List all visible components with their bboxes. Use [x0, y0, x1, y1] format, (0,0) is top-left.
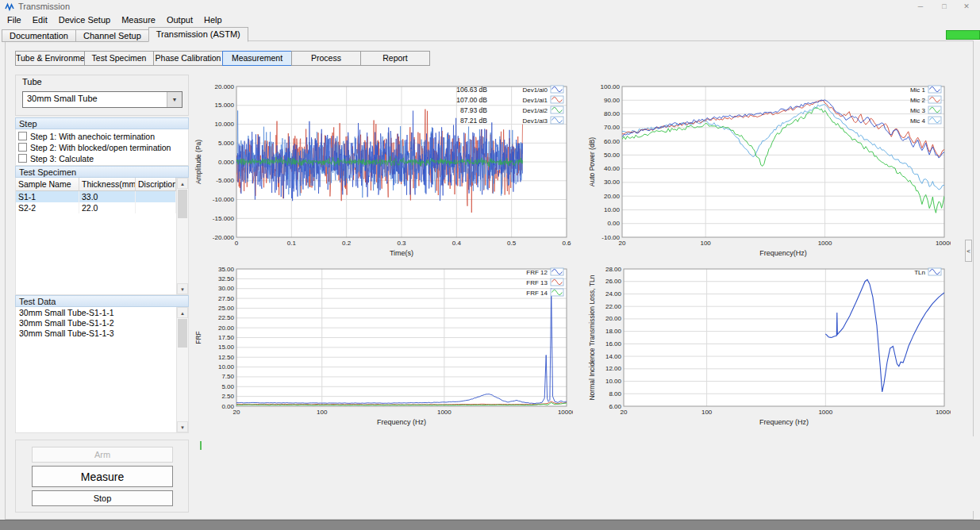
specimen-scrollbar[interactable]: ▲ ▼ [176, 178, 188, 294]
svg-text:20.00: 20.00 [604, 193, 621, 200]
svg-text:90.00: 90.00 [604, 97, 621, 104]
cell: S1-1 [16, 191, 79, 202]
svg-text:-10.000: -10.000 [213, 196, 235, 203]
cell: 22.0 [79, 202, 136, 213]
testdata-item[interactable]: 30mm Small Tube-S1-1-1 [16, 308, 176, 318]
tab-documentation[interactable]: Documentation [2, 29, 76, 42]
cell: S2-2 [16, 202, 79, 213]
scroll-down-icon[interactable]: ▼ [177, 421, 188, 432]
svg-text:10.00: 10.00 [218, 363, 235, 371]
svg-text:Mic 3: Mic 3 [910, 107, 926, 114]
tab-channel-setup[interactable]: Channel Setup [75, 29, 149, 42]
testdata-item[interactable]: 30mm Small Tube-S1-1-2 [16, 318, 176, 328]
log-area[interactable] [194, 436, 974, 511]
svg-text:106.63 dB: 106.63 dB [456, 86, 487, 94]
svg-text:2.50: 2.50 [221, 393, 234, 400]
svg-text:Mic 2: Mic 2 [910, 97, 926, 104]
column-header[interactable]: Thickness(mm) [79, 178, 136, 191]
step-label: Step 2: With blocked/open termination [30, 143, 171, 152]
svg-text:10000: 10000 [936, 240, 951, 247]
checkbox-icon[interactable] [18, 132, 27, 140]
step-item[interactable]: Step 3: Calculate [16, 153, 188, 164]
checkbox-icon[interactable] [18, 143, 27, 152]
chart-auto-power: 100.0090.0080.0070.0060.0050.0040.0030.0… [587, 79, 951, 258]
specimen-row[interactable]: S2-222.0 [16, 202, 176, 213]
measure-button[interactable]: Measure [32, 466, 173, 487]
dropdown-arrow-icon[interactable]: ▼ [167, 92, 182, 107]
scroll-up-icon[interactable]: ▲ [177, 178, 188, 189]
svg-text:-15.000: -15.000 [213, 215, 235, 222]
svg-text:87.93 dB: 87.93 dB [460, 106, 487, 114]
svg-text:70.00: 70.00 [604, 124, 621, 131]
svg-text:35.00: 35.00 [218, 266, 235, 273]
tabstrip: DocumentationChannel SetupTransmission (… [2, 26, 248, 42]
svg-text:10.00: 10.00 [605, 378, 622, 385]
column-header[interactable]: Sample Name [16, 178, 79, 191]
svg-text:20.00: 20.00 [605, 315, 622, 322]
scroll-down-icon[interactable]: ▼ [177, 283, 188, 294]
svg-text:TLn: TLn [914, 269, 925, 276]
svg-text:-5.000: -5.000 [216, 177, 234, 184]
svg-text:FRF: FRF [194, 331, 202, 344]
control-group: Arm Measure Stop [15, 440, 189, 513]
subtab-tube-environment[interactable]: Tube & Environment [15, 51, 85, 66]
svg-text:0.000: 0.000 [218, 159, 235, 166]
svg-text:0.5: 0.5 [507, 240, 517, 247]
tube-select[interactable]: 30mm Small Tube ▼ [22, 91, 183, 108]
step-item[interactable]: Step 1: With anechoic termination [16, 131, 188, 142]
svg-text:0.00: 0.00 [607, 220, 620, 227]
svg-text:5.000: 5.000 [218, 140, 235, 147]
testdata-scrollbar[interactable]: ▲ ▼ [176, 307, 188, 432]
svg-text:1000: 1000 [818, 240, 832, 247]
svg-text:0.2: 0.2 [342, 240, 352, 247]
tube-label: Tube [22, 77, 42, 86]
collapse-panel-button[interactable]: < [965, 240, 972, 262]
arm-button[interactable]: Arm [32, 447, 173, 463]
svg-text:Frequency (Hz): Frequency (Hz) [377, 418, 426, 426]
testdata-item[interactable]: 30mm Small Tube-S1-1-3 [16, 328, 176, 339]
svg-text:-20.000: -20.000 [213, 234, 235, 241]
svg-text:Dev1/ai3: Dev1/ai3 [522, 117, 548, 125]
svg-text:Frequency (Hz): Frequency (Hz) [759, 418, 809, 426]
subtab-phase-calibration[interactable]: Phase Calibration [153, 51, 223, 66]
menu-file[interactable]: File [2, 14, 27, 26]
maximize-button[interactable]: □ [932, 0, 956, 13]
svg-text:17.50: 17.50 [218, 334, 235, 341]
menu-output[interactable]: Output [161, 14, 198, 26]
scroll-thumb[interactable] [178, 319, 187, 348]
testdata-list: 30mm Small Tube-S1-1-130mm Small Tube-S1… [16, 308, 176, 339]
svg-text:1000: 1000 [437, 409, 452, 416]
subtab-measurement[interactable]: Measurement [222, 51, 292, 66]
scroll-up-icon[interactable]: ▲ [177, 307, 188, 318]
column-header[interactable]: Discription [136, 178, 176, 191]
scroll-thumb[interactable] [178, 190, 187, 218]
stop-button[interactable]: Stop [32, 490, 173, 506]
svg-text:-10.00: -10.00 [601, 234, 620, 241]
menu-help[interactable]: Help [198, 14, 228, 26]
svg-text:Time(s): Time(s) [390, 249, 413, 257]
svg-text:100: 100 [700, 240, 711, 247]
svg-text:12.50: 12.50 [218, 354, 235, 361]
specimen-row[interactable]: S1-133.0 [16, 191, 176, 202]
subtab-report[interactable]: Report [360, 51, 430, 66]
menu-measure[interactable]: Measure [116, 14, 161, 26]
subtab-test-specimen[interactable]: Test Specimen [84, 51, 154, 66]
svg-text:5.00: 5.00 [221, 383, 234, 390]
svg-text:20: 20 [621, 409, 628, 416]
svg-text:18.00: 18.00 [605, 328, 622, 335]
close-button[interactable]: ✕ [955, 0, 978, 13]
svg-text:14.00: 14.00 [605, 353, 622, 360]
checkbox-icon[interactable] [18, 154, 27, 163]
tab-transmission-astm[interactable]: Transmission (ASTM) [148, 27, 248, 42]
svg-text:Mic 1: Mic 1 [910, 86, 926, 94]
svg-text:15.00: 15.00 [218, 344, 235, 351]
svg-text:30.00: 30.00 [218, 285, 235, 292]
step-item[interactable]: Step 2: With blocked/open termination [16, 142, 188, 153]
svg-text:32.50: 32.50 [218, 275, 235, 282]
text-cursor [200, 441, 202, 450]
minimize-button[interactable]: ─ [909, 0, 932, 13]
subtab-process[interactable]: Process [291, 51, 361, 66]
menu-edit[interactable]: Edit [27, 14, 53, 26]
menu-device-setup[interactable]: Device Setup [53, 14, 116, 26]
svg-text:Frequency(Hz): Frequency(Hz) [759, 249, 807, 257]
